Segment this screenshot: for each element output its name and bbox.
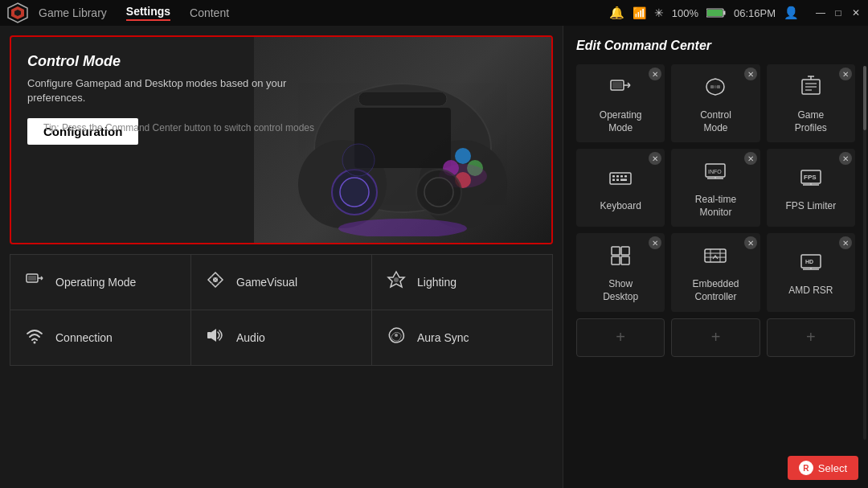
hero-content: Control Mode Configure Gamepad and Deskt…: [27, 53, 317, 145]
audio-label: Audio: [236, 331, 265, 344]
svg-rect-40: [717, 85, 720, 88]
scrollbar-track[interactable]: [863, 66, 866, 440]
cc-close-operating-mode[interactable]: ✕: [649, 68, 661, 80]
main-content: Control Mode Configure Gamepad and Deskt…: [0, 26, 868, 488]
operating-mode-label: Operating Mode: [55, 276, 136, 289]
cc-game-profiles-icon: [798, 74, 824, 105]
cc-show-desktop-label: ShowDesktop: [603, 278, 638, 303]
cc-close-show-desktop[interactable]: ✕: [649, 236, 661, 249]
operating-mode-icon: [23, 269, 46, 295]
titlebar-left: Game Library Settings Content: [6, 2, 229, 24]
svg-text:HD: HD: [805, 259, 813, 265]
window-controls: — □ ✕: [815, 7, 862, 18]
svg-rect-49: [612, 175, 615, 178]
cc-amd-rsr-icon: HD: [798, 249, 824, 280]
svg-rect-55: [620, 178, 627, 181]
cc-add-button-2[interactable]: +: [671, 318, 760, 357]
svg-rect-65: [621, 247, 629, 255]
hero-title: Control Mode: [27, 53, 317, 70]
nav-settings[interactable]: Settings: [126, 5, 170, 21]
cc-close-realtime-monitor[interactable]: ✕: [744, 152, 757, 165]
svg-point-16: [340, 178, 369, 207]
cc-add-button-3[interactable]: +: [767, 318, 855, 357]
svg-rect-53: [612, 178, 615, 181]
maximize-button[interactable]: □: [833, 7, 844, 18]
select-label: Select: [818, 462, 847, 474]
svg-rect-4: [723, 11, 726, 15]
settings-item-gamevisual[interactable]: GameVisual: [191, 255, 371, 310]
cc-control-mode-icon: [702, 74, 728, 105]
app-logo: [6, 2, 29, 24]
scrollbar-thumb[interactable]: [863, 66, 866, 130]
cc-item-realtime-monitor[interactable]: ✕ INFO Real-timeMonitor: [671, 149, 760, 227]
user-icon[interactable]: 👤: [784, 6, 799, 20]
cc-realtime-monitor-label: Real-timeMonitor: [695, 194, 736, 219]
cc-embedded-controller-label: EmbeddedController: [692, 278, 739, 303]
cc-item-control-mode[interactable]: ✕ ControlMode: [671, 64, 760, 142]
svg-rect-51: [620, 175, 623, 178]
cc-amd-rsr-label: AMD RSR: [788, 285, 833, 297]
cc-keyboard-icon: [608, 165, 633, 195]
cc-item-show-desktop[interactable]: ✕ ShowDesktop: [576, 233, 665, 311]
cc-fps-limiter-label: FPS Limiter: [785, 200, 836, 213]
svg-rect-39: [710, 85, 714, 88]
cc-item-embedded-controller[interactable]: ✕ EmbeddedController: [671, 233, 760, 311]
cc-close-game-profiles[interactable]: ✕: [839, 68, 852, 80]
svg-point-41: [714, 85, 717, 88]
cc-game-profiles-label: GameProfiles: [795, 109, 827, 134]
svg-point-33: [395, 334, 398, 337]
cc-item-keyboard[interactable]: ✕ Keyboard: [576, 149, 665, 227]
svg-rect-31: [207, 332, 211, 338]
select-button[interactable]: R Select: [788, 456, 858, 480]
settings-item-audio[interactable]: Audio: [191, 310, 371, 365]
svg-rect-50: [616, 175, 619, 178]
hero-banner: Control Mode Configure Gamepad and Deskt…: [10, 35, 553, 244]
battery-icon: [706, 8, 726, 18]
settings-item-aura-sync[interactable]: Aura Sync: [372, 310, 552, 365]
minimize-button[interactable]: —: [815, 7, 826, 18]
cc-item-fps-limiter[interactable]: ✕ FPS FPS Limiter: [767, 149, 855, 227]
cc-embedded-controller-icon: [702, 243, 728, 273]
cc-close-embedded-controller[interactable]: ✕: [744, 236, 757, 249]
cc-add-button-1[interactable]: +: [576, 318, 665, 357]
svg-rect-54: [616, 178, 619, 181]
cc-operating-mode-label: OperatingMode: [600, 109, 642, 134]
settings-item-lighting[interactable]: Lighting: [372, 255, 552, 310]
svg-rect-64: [612, 247, 620, 255]
cc-close-fps-limiter[interactable]: ✕: [839, 152, 852, 165]
command-center-grid: ✕ OperatingMode ✕: [576, 64, 855, 312]
cc-item-operating-mode[interactable]: ✕ OperatingMode: [576, 64, 665, 142]
cc-close-control-mode[interactable]: ✕: [744, 68, 757, 80]
cc-close-keyboard[interactable]: ✕: [649, 152, 661, 165]
settings-item-connection[interactable]: Connection: [10, 310, 190, 365]
svg-point-30: [34, 342, 36, 344]
cc-add-row: + + +: [576, 318, 855, 357]
nav-content[interactable]: Content: [190, 6, 229, 19]
cc-item-amd-rsr[interactable]: ✕ HD AMD RSR: [767, 233, 855, 311]
svg-rect-35: [612, 82, 622, 88]
svg-rect-52: [624, 175, 627, 178]
cc-fps-limiter-icon: FPS: [798, 165, 824, 195]
nav-game-library[interactable]: Game Library: [39, 6, 107, 19]
cc-keyboard-label: Keyboard: [600, 200, 641, 213]
gamevisual-icon: [204, 269, 227, 295]
connection-label: Connection: [55, 331, 113, 344]
close-button[interactable]: ✕: [850, 7, 862, 18]
svg-point-29: [394, 277, 399, 282]
nav-links: Game Library Settings Content: [39, 5, 229, 21]
cc-close-amd-rsr[interactable]: ✕: [839, 236, 852, 249]
cc-show-desktop-icon: [608, 243, 633, 273]
cc-operating-mode-icon: [608, 74, 633, 105]
lighting-label: Lighting: [417, 276, 457, 289]
hero-tip: Tip: Press the Command Center button to …: [43, 122, 314, 133]
aura-sync-icon: [385, 325, 407, 351]
cc-item-game-profiles[interactable]: ✕ GameProfiles: [767, 64, 855, 142]
settings-item-operating-mode[interactable]: Operating Mode: [10, 255, 190, 310]
cc-realtime-monitor-icon: INFO: [702, 158, 728, 189]
wifi-icon: 📶: [633, 6, 646, 19]
notification-icon[interactable]: 🔔: [609, 6, 624, 20]
svg-point-18: [424, 178, 453, 207]
svg-point-19: [342, 144, 375, 176]
svg-marker-32: [211, 329, 216, 342]
cc-control-mode-label: ControlMode: [700, 109, 731, 134]
